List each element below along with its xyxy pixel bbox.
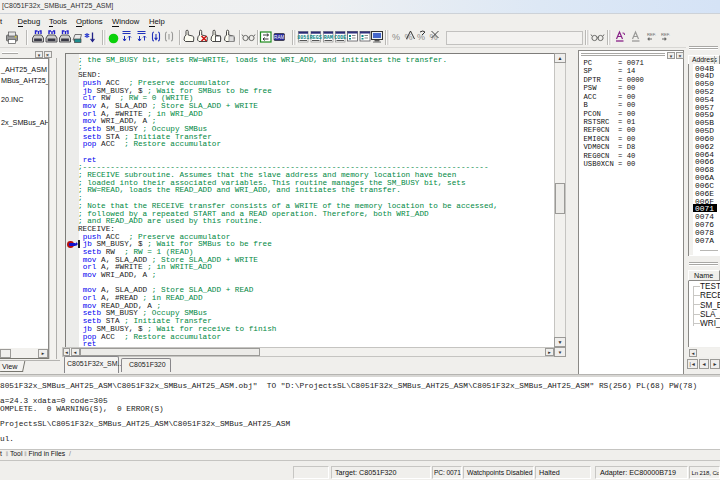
svg-text:REF.: REF. (647, 32, 656, 37)
svg-text:REGS: REGS (310, 35, 322, 41)
svg-text:%: % (392, 32, 400, 42)
svg-text:RAM: RAM (324, 35, 333, 41)
svg-text:8051: 8051 (297, 35, 309, 41)
svg-text:RAM: RAM (274, 35, 284, 40)
svg-text:CODE: CODE (334, 35, 346, 41)
svg-text:REF.: REF. (661, 32, 670, 37)
